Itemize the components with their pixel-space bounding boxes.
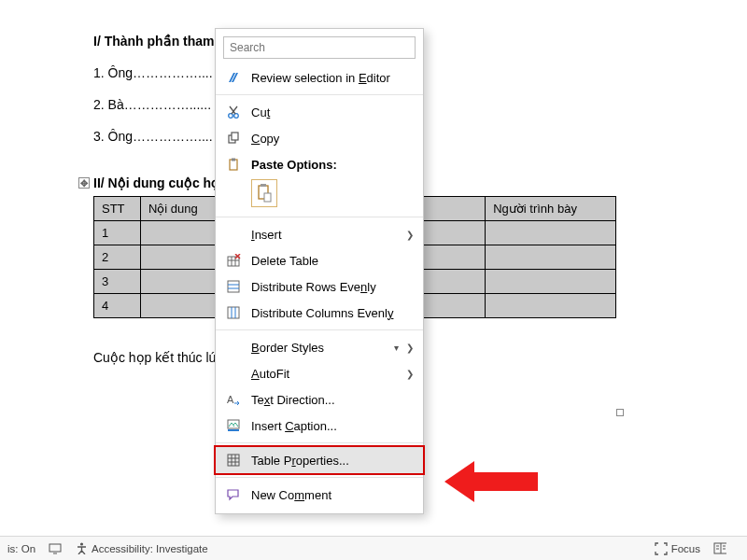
menu-distribute-rows[interactable]: Distribute Rows Evenly	[216, 273, 423, 300]
comment-icon	[225, 488, 242, 501]
menu-table-properties[interactable]: Table Properties...	[216, 447, 423, 473]
svg-rect-15	[228, 455, 239, 466]
menu-text-direction[interactable]: A Text Direction...	[216, 386, 423, 413]
menu-insert[interactable]: Insert ❯	[216, 221, 423, 247]
distribute-cols-icon	[225, 306, 242, 319]
paste-keep-source-button[interactable]	[251, 179, 277, 207]
editor-icon	[225, 71, 242, 85]
context-menu: Review selection in Editor Cut Copy Past…	[215, 28, 424, 514]
table-resize-handle[interactable]	[616, 409, 624, 416]
table-move-handle[interactable]: ✥	[78, 177, 90, 189]
status-track-changes[interactable]: is: On	[7, 543, 35, 554]
display-icon	[49, 542, 62, 555]
text-direction-icon: A	[225, 393, 242, 406]
svg-rect-5	[232, 159, 235, 161]
chevron-right-icon: ❯	[406, 230, 414, 240]
menu-search-input[interactable]	[223, 36, 416, 59]
svg-rect-4	[230, 160, 237, 170]
menu-insert-caption[interactable]: Insert Caption...	[216, 413, 423, 439]
menu-separator	[216, 217, 423, 217]
clipboard-icon	[225, 158, 242, 171]
status-focus-mode[interactable]: Focus	[655, 542, 700, 555]
col-header[interactable]: Nội dung	[140, 197, 215, 221]
svg-point-0	[229, 114, 233, 119]
menu-review-selection[interactable]: Review selection in Editor	[216, 64, 423, 91]
status-accessibility[interactable]: Accessibility: Investigate	[75, 542, 208, 555]
svg-rect-14	[228, 429, 239, 431]
svg-text:A: A	[227, 394, 234, 405]
chevron-down-icon: ▾	[394, 343, 399, 353]
svg-rect-16	[49, 544, 61, 552]
copy-icon	[225, 132, 242, 145]
svg-rect-7	[261, 184, 266, 187]
focus-icon	[655, 542, 668, 555]
distribute-rows-icon	[225, 280, 242, 293]
menu-border-styles[interactable]: Border Styles ▾ ❯	[216, 334, 423, 360]
svg-rect-11	[228, 307, 239, 318]
menu-separator	[216, 477, 423, 478]
svg-point-17	[79, 542, 82, 545]
menu-separator	[216, 442, 423, 443]
delete-table-icon	[225, 254, 242, 267]
svg-rect-8	[264, 193, 271, 202]
read-mode-icon	[713, 542, 726, 555]
chevron-right-icon: ❯	[406, 343, 414, 353]
menu-paste-options-label: Paste Options:	[216, 151, 423, 177]
svg-rect-3	[232, 133, 238, 140]
menu-separator	[216, 94, 423, 95]
menu-separator	[216, 329, 423, 330]
menu-delete-table[interactable]: Delete Table	[216, 247, 423, 273]
status-view-button[interactable]	[713, 542, 726, 555]
status-bar: is: On Accessibility: Investigate Focus	[0, 536, 747, 560]
scissors-icon	[225, 105, 242, 119]
svg-point-1	[234, 114, 239, 119]
menu-paste-options	[216, 177, 423, 213]
chevron-right-icon: ❯	[406, 369, 414, 379]
caption-icon	[225, 419, 242, 432]
col-header[interactable]: STT	[94, 197, 141, 221]
table-properties-icon	[225, 454, 242, 467]
menu-new-comment[interactable]: New Comment	[216, 482, 423, 508]
menu-autofit[interactable]: AutoFit ❯	[216, 360, 423, 386]
status-display-settings[interactable]	[49, 542, 62, 555]
accessibility-icon	[75, 542, 88, 555]
menu-cut[interactable]: Cut	[216, 99, 423, 125]
menu-copy[interactable]: Copy	[216, 125, 423, 151]
menu-search	[223, 36, 416, 59]
svg-rect-10	[228, 281, 239, 292]
svg-rect-9	[228, 257, 239, 266]
col-header[interactable]: Người trình bày	[486, 197, 616, 221]
menu-distribute-columns[interactable]: Distribute Columns Evenly	[216, 300, 423, 326]
callout-arrow	[444, 461, 538, 502]
